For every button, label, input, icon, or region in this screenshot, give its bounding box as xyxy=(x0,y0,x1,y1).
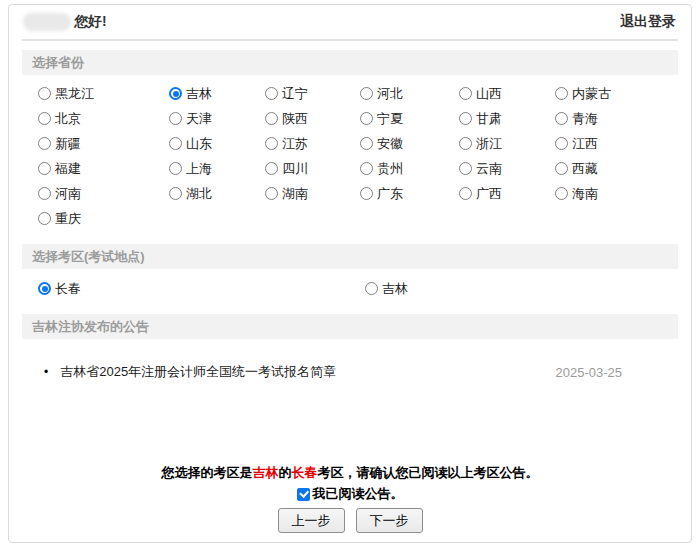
province-option[interactable]: 青海 xyxy=(555,106,678,131)
announcement-item: • 吉林省2025年注册会计师全国统一考试报名简章 2025-03-25 xyxy=(44,363,678,381)
radio-option-label: 黑龙江 xyxy=(55,85,94,103)
radio-icon xyxy=(265,137,278,150)
province-option[interactable]: 贵州 xyxy=(360,156,459,181)
announcement-list: • 吉林省2025年注册会计师全国统一考试报名简章 2025-03-25 xyxy=(22,339,678,381)
province-option[interactable]: 湖南 xyxy=(265,181,360,206)
announcement-title-link[interactable]: 吉林省2025年注册会计师全国统一考试报名简章 xyxy=(60,363,336,381)
province-section-header: 选择省份 xyxy=(22,50,678,75)
area-section-header: 选择考区(考试地点) xyxy=(22,244,678,269)
province-option[interactable]: 辽宁 xyxy=(265,81,360,106)
radio-icon xyxy=(38,112,51,125)
radio-option-label: 广西 xyxy=(476,185,502,203)
area-option[interactable]: 吉林 xyxy=(365,276,678,301)
radio-option-label: 青海 xyxy=(572,110,598,128)
radio-icon xyxy=(459,137,472,150)
province-option[interactable]: 四川 xyxy=(265,156,360,181)
radio-option-label: 福建 xyxy=(55,160,81,178)
province-option[interactable]: 新疆 xyxy=(38,131,169,156)
radio-icon xyxy=(459,87,472,100)
read-announcement-checkbox[interactable] xyxy=(297,488,310,501)
province-option[interactable]: 江西 xyxy=(555,131,678,156)
province-option[interactable]: 山西 xyxy=(459,81,555,106)
radio-icon xyxy=(38,282,51,295)
radio-icon xyxy=(555,187,568,200)
province-option[interactable]: 海南 xyxy=(555,181,678,206)
radio-option-label: 内蒙古 xyxy=(572,85,611,103)
radio-option-label: 上海 xyxy=(186,160,212,178)
radio-option-label: 山西 xyxy=(476,85,502,103)
radio-option-label: 吉林 xyxy=(186,85,212,103)
radio-icon xyxy=(360,112,373,125)
radio-icon xyxy=(555,162,568,175)
radio-icon xyxy=(169,162,182,175)
province-option[interactable]: 江苏 xyxy=(265,131,360,156)
province-option[interactable]: 河北 xyxy=(360,81,459,106)
radio-icon xyxy=(459,112,472,125)
province-option[interactable]: 广西 xyxy=(459,181,555,206)
radio-option-label: 湖北 xyxy=(186,185,212,203)
radio-icon xyxy=(365,282,378,295)
province-option[interactable]: 山东 xyxy=(169,131,265,156)
radio-option-label: 重庆 xyxy=(55,210,81,228)
radio-option-label: 长春 xyxy=(55,280,81,298)
logout-link[interactable]: 退出登录 xyxy=(620,13,676,31)
radio-option-label: 宁夏 xyxy=(377,110,403,128)
province-option[interactable]: 甘肃 xyxy=(459,106,555,131)
radio-option-label: 海南 xyxy=(572,185,598,203)
radio-icon xyxy=(360,162,373,175)
radio-icon xyxy=(38,137,51,150)
province-option[interactable]: 黑龙江 xyxy=(38,81,169,106)
province-option[interactable]: 浙江 xyxy=(459,131,555,156)
province-radio-grid: 黑龙江 吉林 辽宁 河北 山西 内蒙古 北京 天津 陕西 宁夏 甘肃 青海 新疆… xyxy=(38,81,678,231)
radio-option-label: 山东 xyxy=(186,135,212,153)
radio-icon xyxy=(169,112,182,125)
radio-icon xyxy=(169,87,182,100)
radio-option-label: 吉林 xyxy=(382,280,408,298)
province-option[interactable]: 宁夏 xyxy=(360,106,459,131)
radio-option-label: 四川 xyxy=(282,160,308,178)
province-option[interactable]: 安徽 xyxy=(360,131,459,156)
top-bar: 您好! 退出登录 xyxy=(22,5,678,41)
greeting-text: 您好! xyxy=(74,13,107,31)
main-panel: 您好! 退出登录 选择省份 黑龙江 吉林 辽宁 河北 山西 内蒙古 北京 天津 … xyxy=(8,4,692,543)
confirmation-text: 您选择的考区是吉林的长春考区，请确认您已阅读以上考区公告。 xyxy=(22,464,678,482)
province-option[interactable]: 天津 xyxy=(169,106,265,131)
radio-option-label: 北京 xyxy=(55,110,81,128)
province-option[interactable]: 西藏 xyxy=(555,156,678,181)
radio-icon xyxy=(38,212,51,225)
radio-option-label: 甘肃 xyxy=(476,110,502,128)
province-option[interactable]: 福建 xyxy=(38,156,169,181)
radio-icon xyxy=(38,162,51,175)
province-option[interactable]: 陕西 xyxy=(265,106,360,131)
radio-option-label: 河南 xyxy=(55,185,81,203)
radio-option-label: 天津 xyxy=(186,110,212,128)
radio-icon xyxy=(265,112,278,125)
area-option[interactable]: 长春 xyxy=(38,276,365,301)
province-option[interactable]: 上海 xyxy=(169,156,265,181)
province-option[interactable]: 湖北 xyxy=(169,181,265,206)
radio-option-label: 贵州 xyxy=(377,160,403,178)
radio-option-label: 新疆 xyxy=(55,135,81,153)
radio-icon xyxy=(360,137,373,150)
spacer xyxy=(22,381,678,464)
radio-icon xyxy=(169,137,182,150)
province-option[interactable]: 内蒙古 xyxy=(555,81,678,106)
read-announcement-label[interactable]: 我已阅读公告。 xyxy=(313,485,404,503)
radio-icon xyxy=(555,87,568,100)
province-option[interactable]: 北京 xyxy=(38,106,169,131)
previous-step-button[interactable]: 上一步 xyxy=(278,508,345,533)
radio-option-label: 浙江 xyxy=(476,135,502,153)
next-step-button[interactable]: 下一步 xyxy=(356,508,423,533)
radio-icon xyxy=(169,187,182,200)
province-option[interactable]: 广东 xyxy=(360,181,459,206)
province-option[interactable]: 云南 xyxy=(459,156,555,181)
radio-icon xyxy=(459,162,472,175)
radio-icon xyxy=(265,187,278,200)
province-option[interactable]: 吉林 xyxy=(169,81,265,106)
province-option[interactable]: 河南 xyxy=(38,181,169,206)
radio-icon xyxy=(38,187,51,200)
radio-icon xyxy=(38,87,51,100)
confirm-area: 长春 xyxy=(292,465,318,480)
radio-option-label: 湖南 xyxy=(282,185,308,203)
province-option[interactable]: 重庆 xyxy=(38,206,169,231)
